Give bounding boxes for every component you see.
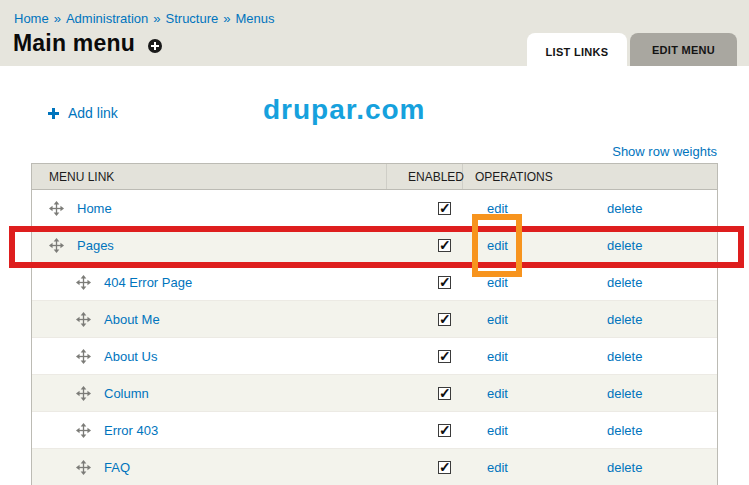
enabled-checkbox[interactable] bbox=[438, 202, 451, 215]
menu-link-cell: About Me bbox=[32, 312, 388, 327]
breadcrumb-link-structure[interactable]: Structure bbox=[166, 11, 219, 26]
edit-link[interactable]: edit bbox=[487, 312, 508, 327]
enabled-checkbox[interactable] bbox=[438, 350, 451, 363]
table-row: 404 Error Page edit delete bbox=[32, 264, 717, 301]
menu-link[interactable]: About Me bbox=[104, 312, 160, 327]
breadcrumb-link-home[interactable]: Home bbox=[14, 11, 49, 26]
operations-cell: edit delete bbox=[464, 423, 717, 438]
table-row: Error 403 edit delete bbox=[32, 412, 717, 449]
table-row: FAQ edit delete bbox=[32, 449, 717, 485]
enabled-checkbox[interactable] bbox=[438, 387, 451, 400]
operations-cell: edit delete bbox=[464, 349, 717, 364]
delete-link[interactable]: delete bbox=[607, 386, 642, 401]
delete-link[interactable]: delete bbox=[607, 201, 642, 216]
drag-handle-icon[interactable] bbox=[76, 312, 91, 327]
plus-icon bbox=[48, 108, 59, 119]
edit-link[interactable]: edit bbox=[487, 349, 508, 364]
enabled-cell bbox=[388, 387, 464, 400]
table-row: Column edit delete bbox=[32, 375, 717, 412]
breadcrumb-separator: » bbox=[54, 11, 61, 26]
edit-highlight-annotation bbox=[472, 214, 522, 277]
enabled-cell bbox=[388, 424, 464, 437]
delete-link[interactable]: delete bbox=[607, 275, 642, 290]
delete-link[interactable]: delete bbox=[607, 460, 642, 475]
menu-link[interactable]: 404 Error Page bbox=[104, 275, 192, 290]
enabled-cell bbox=[388, 276, 464, 289]
add-circle-icon[interactable] bbox=[148, 39, 162, 53]
watermark-text: drupar.com bbox=[263, 94, 425, 126]
menu-link[interactable]: FAQ bbox=[104, 460, 130, 475]
menu-links-table: MENU LINK ENABLED OPERATIONS Home bbox=[31, 163, 718, 485]
drag-handle-icon[interactable] bbox=[76, 349, 91, 364]
menu-link-cell: Error 403 bbox=[32, 423, 388, 438]
column-header-menu-link: MENU LINK bbox=[32, 164, 387, 189]
menu-link-cell: 404 Error Page bbox=[32, 275, 388, 290]
delete-link[interactable]: delete bbox=[607, 423, 642, 438]
breadcrumb-link-menus[interactable]: Menus bbox=[236, 11, 275, 26]
drag-handle-icon[interactable] bbox=[76, 275, 91, 290]
row-highlight-annotation bbox=[9, 226, 744, 268]
edit-link[interactable]: edit bbox=[487, 423, 508, 438]
enabled-cell bbox=[388, 202, 464, 215]
menu-link-cell: About Us bbox=[32, 349, 388, 364]
menu-link-cell: Home bbox=[32, 201, 388, 216]
table-row: Home edit delete bbox=[32, 190, 717, 227]
drag-handle-icon[interactable] bbox=[49, 201, 64, 216]
menu-link[interactable]: About Us bbox=[104, 349, 157, 364]
enabled-checkbox[interactable] bbox=[438, 424, 451, 437]
breadcrumb-link-administration[interactable]: Administration bbox=[66, 11, 148, 26]
operations-cell: edit delete bbox=[464, 460, 717, 475]
menu-link[interactable]: Home bbox=[77, 201, 112, 216]
menu-link-cell: FAQ bbox=[32, 460, 388, 475]
menu-link-cell: Column bbox=[32, 386, 388, 401]
breadcrumb-separator: » bbox=[153, 11, 160, 26]
table-row: About Me edit delete bbox=[32, 301, 717, 338]
page-title: Main menu bbox=[13, 30, 135, 57]
operations-cell: edit delete bbox=[464, 386, 717, 401]
add-link-button[interactable]: Add link bbox=[48, 105, 118, 121]
enabled-cell bbox=[388, 461, 464, 474]
enabled-cell bbox=[388, 350, 464, 363]
delete-link[interactable]: delete bbox=[607, 312, 642, 327]
add-link-label: Add link bbox=[68, 105, 118, 121]
tab-list-links[interactable]: LIST LINKS bbox=[527, 33, 627, 71]
enabled-checkbox[interactable] bbox=[438, 313, 451, 326]
drag-handle-icon[interactable] bbox=[76, 423, 91, 438]
column-header-enabled: ENABLED bbox=[387, 164, 463, 189]
menu-link[interactable]: Column bbox=[104, 386, 149, 401]
enabled-checkbox[interactable] bbox=[438, 461, 451, 474]
menu-link[interactable]: Error 403 bbox=[104, 423, 158, 438]
enabled-checkbox[interactable] bbox=[438, 276, 451, 289]
edit-link[interactable]: edit bbox=[487, 386, 508, 401]
column-header-operations: OPERATIONS bbox=[463, 164, 717, 189]
enabled-cell bbox=[388, 313, 464, 326]
drag-handle-icon[interactable] bbox=[76, 460, 91, 475]
breadcrumb: Home»Administration»Structure»Menus bbox=[14, 11, 275, 26]
tab-bar: LIST LINKS EDIT MENU bbox=[527, 33, 737, 71]
delete-link[interactable]: delete bbox=[607, 349, 642, 364]
page-title-wrap: Main menu bbox=[13, 30, 162, 57]
tab-edit-menu[interactable]: EDIT MENU bbox=[630, 33, 737, 66]
breadcrumb-separator: » bbox=[223, 11, 230, 26]
show-row-weights-link[interactable]: Show row weights bbox=[612, 144, 717, 159]
operations-cell: edit delete bbox=[464, 312, 717, 327]
table-header-row: MENU LINK ENABLED OPERATIONS bbox=[32, 164, 717, 190]
edit-link[interactable]: edit bbox=[487, 460, 508, 475]
table-row: About Us edit delete bbox=[32, 338, 717, 375]
drag-handle-icon[interactable] bbox=[76, 386, 91, 401]
